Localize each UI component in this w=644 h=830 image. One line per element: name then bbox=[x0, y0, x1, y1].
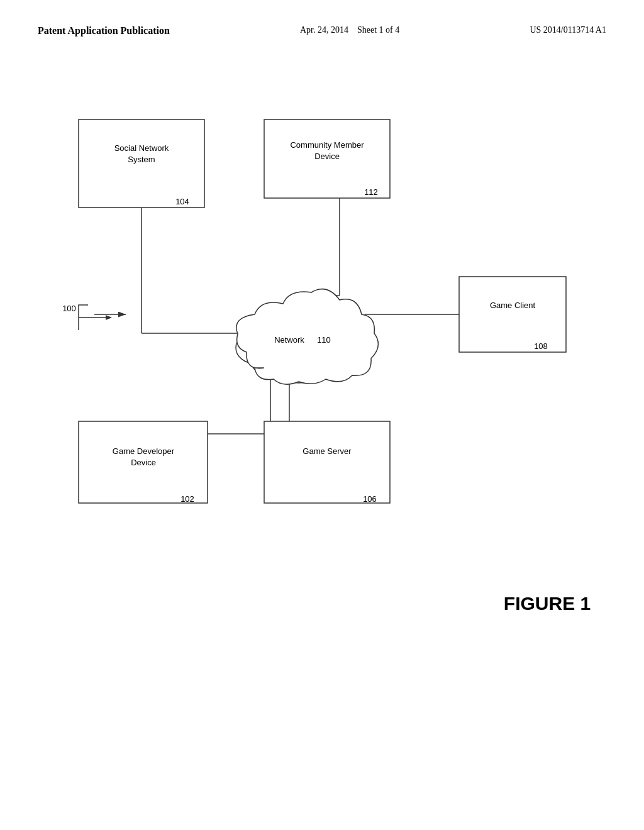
page: Patent Application Publication Apr. 24, … bbox=[0, 0, 644, 830]
svg-rect-11 bbox=[459, 277, 566, 352]
community-member-label1: Community Member bbox=[290, 140, 364, 150]
network-label: Network bbox=[274, 335, 304, 345]
network-number: 110 bbox=[317, 335, 331, 345]
community-member-label2: Device bbox=[314, 152, 340, 161]
diagram-svg: Social Network System 104 Community Memb… bbox=[31, 82, 623, 711]
community-member-number: 112 bbox=[364, 187, 378, 197]
social-network-label: Social Network bbox=[114, 143, 169, 153]
game-developer-label2: Device bbox=[131, 458, 156, 467]
game-server-label1: Game Server bbox=[303, 446, 352, 456]
social-network-label2: System bbox=[128, 155, 155, 164]
game-client-label1: Game Client bbox=[490, 301, 536, 310]
header: Patent Application Publication Apr. 24, … bbox=[38, 25, 606, 42]
system-number: 100 bbox=[62, 304, 76, 313]
publication-date-sheet: Apr. 24, 2014 Sheet 1 of 4 bbox=[300, 25, 399, 35]
social-network-number: 104 bbox=[175, 197, 189, 206]
svg-marker-26 bbox=[106, 315, 112, 320]
game-developer-label1: Game Developer bbox=[113, 446, 175, 456]
network-cloud bbox=[236, 289, 378, 385]
publication-title: Patent Application Publication bbox=[38, 25, 170, 36]
game-client-number: 108 bbox=[534, 341, 548, 351]
sheet-info: Sheet 1 of 4 bbox=[357, 25, 399, 35]
game-developer-number: 102 bbox=[180, 494, 194, 504]
publication-date: Apr. 24, 2014 bbox=[300, 25, 348, 35]
figure-label: FIGURE 1 bbox=[504, 593, 591, 614]
game-server-number: 106 bbox=[363, 494, 377, 504]
svg-rect-22 bbox=[264, 421, 390, 503]
publication-number: US 2014/0113714 A1 bbox=[530, 25, 606, 35]
